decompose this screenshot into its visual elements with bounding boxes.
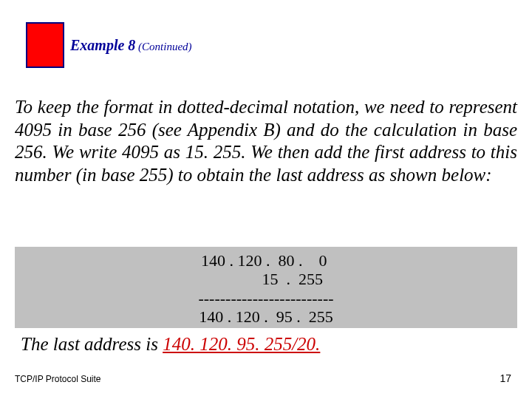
calculation-box: 140 . 120 . 80 . 0 15 . 255 ------------… bbox=[15, 247, 517, 328]
calc-line-4: 140 . 120 . 95 . 255 bbox=[15, 307, 517, 326]
example-label: Example 8 bbox=[70, 37, 135, 53]
continued-label: (Continued) bbox=[135, 41, 191, 52]
calc-line-2: 15 . 255 bbox=[15, 270, 517, 288]
slide-header: Example 8 (Continued) bbox=[26, 22, 192, 68]
footer-source: TCP/IP Protocol Suite bbox=[15, 374, 101, 384]
calc-line-3: ------------------------- bbox=[15, 289, 517, 307]
last-address-value: 140. 120. 95. 255/20. bbox=[163, 334, 320, 354]
last-address-line: The last address is 140. 120. 95. 255/20… bbox=[21, 334, 320, 355]
red-square-icon bbox=[26, 22, 64, 68]
example-title: Example 8 (Continued) bbox=[70, 37, 192, 54]
last-address-prefix: The last address is bbox=[21, 334, 163, 354]
page-number: 17 bbox=[499, 372, 511, 384]
body-paragraph: To keep the format in dotted-decimal not… bbox=[15, 96, 517, 186]
calc-line-1: 140 . 120 . 80 . 0 bbox=[15, 251, 517, 270]
